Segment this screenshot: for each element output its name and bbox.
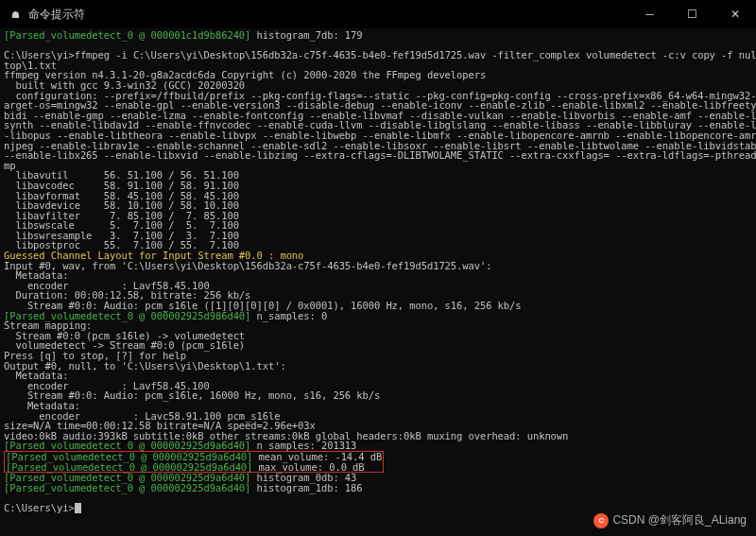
close-button[interactable]: ✕	[713, 0, 756, 28]
configuration: configuration: --prefix=/ffbuild/prefix …	[4, 90, 756, 171]
terminal-window: ☗ 命令提示符 ─ ☐ ✕ [Parsed_volumedetect_0 @ 0…	[0, 0, 756, 536]
parsed-text: n_samples: 0	[250, 310, 327, 321]
window-title: 命令提示符	[28, 7, 85, 23]
titlebar-buttons: ─ ☐ ✕	[628, 0, 756, 28]
parsed-tag: [Parsed_volumedetect_0 @ 000002925d9a6d4…	[4, 440, 250, 451]
titlebar[interactable]: ☗ 命令提示符 ─ ☐ ✕	[0, 0, 756, 28]
minimize-button[interactable]: ─	[628, 0, 671, 28]
watermark: C CSDN @剑客阿良_ALiang	[593, 512, 747, 528]
csdn-logo-icon: C	[593, 513, 609, 528]
parsed-text: n_samples: 201313	[250, 440, 356, 451]
parsed-tag: [Parsed_volumedetect_0 @ 000002925d9a6d4…	[4, 482, 250, 493]
parsed-text: max_volume: 0.0 dB	[252, 461, 364, 473]
input0: Input #0, wav, from 'C:\Users\yi\Desktop…	[4, 260, 491, 271]
parsed-tag: [Parsed_volumedetect_0 @ 000001c1d9b8624…	[4, 29, 250, 41]
prompt: C:\Users\yi>	[4, 502, 75, 513]
command: ffmpeg -i C:\Users\yi\Desktop\156db32a-c…	[4, 49, 756, 71]
maximize-button[interactable]: ☐	[671, 0, 713, 28]
watermark-text: CSDN @剑客阿良_ALiang	[612, 512, 747, 528]
cmd-icon: ☗	[8, 7, 23, 22]
parsed-text: histogram_7db: 179	[250, 29, 362, 41]
terminal-body[interactable]: [Parsed_volumedetect_0 @ 000001c1d9b8624…	[0, 28, 756, 536]
parsed-tag: [Parsed_volumedetect_0 @ 000002925d9a6d4…	[6, 461, 252, 473]
libs: libavutil 56. 51.100 / 56. 51.100 libavc…	[4, 169, 239, 251]
parsed-text: histogram_1db: 186	[250, 482, 362, 493]
highlight-box: [Parsed_volumedetect_0 @ 000002925d9a6d4…	[4, 451, 384, 473]
cursor	[75, 503, 81, 513]
